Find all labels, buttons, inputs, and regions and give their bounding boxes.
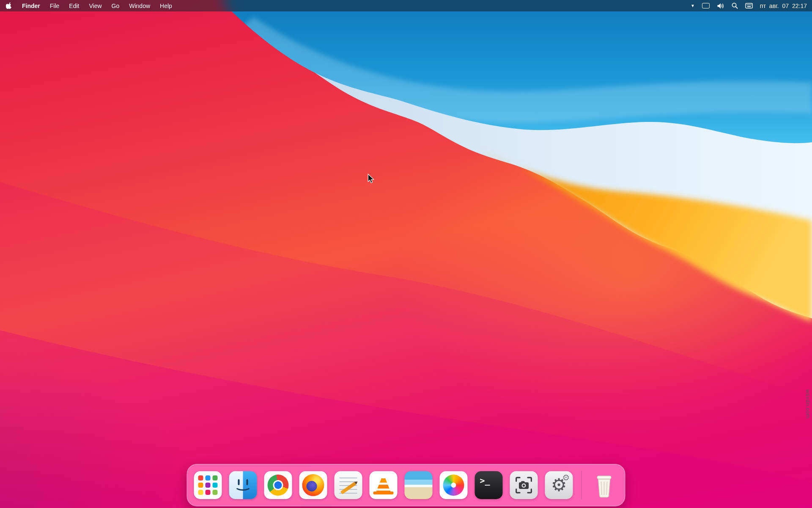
menu-item-go[interactable]: Go xyxy=(112,3,120,9)
input-source-icon[interactable] xyxy=(745,2,753,10)
apple-menu[interactable] xyxy=(6,2,12,9)
vlc-cone-icon xyxy=(376,478,391,493)
menubar-clock[interactable]: пт авг. 07 22:17 xyxy=(760,3,807,9)
trash-icon xyxy=(593,472,616,499)
menubar: Finder File Edit View Go Window Help ▼ xyxy=(0,0,812,11)
search-icon[interactable] xyxy=(732,2,738,10)
volume-icon[interactable] xyxy=(717,2,724,10)
menu-item-file[interactable]: File xyxy=(50,3,60,9)
dock-item-image-viewer[interactable] xyxy=(405,471,433,499)
dock-item-photos[interactable] xyxy=(440,471,468,499)
clock-month: авг. xyxy=(769,3,779,9)
desktop-wallpaper xyxy=(0,0,812,508)
wallpaper-waves xyxy=(0,0,812,508)
display-icon[interactable] xyxy=(702,2,710,10)
dock-item-chrome[interactable] xyxy=(264,471,292,499)
terminal-icon: >_ xyxy=(480,475,490,486)
dock-item-text-editor[interactable] xyxy=(335,471,362,499)
menu-item-finder[interactable]: Finder xyxy=(22,3,40,9)
clock-day: 07 xyxy=(782,3,789,9)
dock: >_ ⚙ ⚙ xyxy=(187,464,625,506)
settings-small-gear-icon: ⚙ xyxy=(562,473,570,482)
dock-item-finder[interactable] xyxy=(229,471,257,499)
menu-item-edit[interactable]: Edit xyxy=(69,3,79,9)
dock-item-screenshot[interactable] xyxy=(510,471,538,499)
clock-weekday: пт xyxy=(760,3,766,9)
screenshot-icon xyxy=(515,476,533,494)
menu-item-view[interactable]: View xyxy=(89,3,102,9)
menu-item-help[interactable]: Help xyxy=(160,3,172,9)
dock-item-launchpad[interactable] xyxy=(194,471,222,499)
menubar-left: Finder File Edit View Go Window Help xyxy=(0,2,172,9)
dock-separator xyxy=(582,471,582,500)
clock-time: 22:17 xyxy=(792,3,807,9)
dock-item-settings[interactable]: ⚙ ⚙ xyxy=(545,471,573,499)
dock-item-firefox[interactable] xyxy=(299,471,327,499)
menu-item-window[interactable]: Window xyxy=(129,3,150,9)
menubar-status-area: ▼ пт авг. 07 22:17 xyxy=(691,2,812,10)
apple-logo-icon xyxy=(6,2,12,9)
dropdown-arrow-icon[interactable]: ▼ xyxy=(691,2,695,10)
dock-item-trash[interactable] xyxy=(590,471,618,499)
launchpad-icon xyxy=(198,475,203,480)
watermark: wsxdn.com xyxy=(805,389,811,419)
dock-item-vlc[interactable] xyxy=(370,471,398,499)
dock-item-terminal[interactable]: >_ xyxy=(475,471,503,499)
